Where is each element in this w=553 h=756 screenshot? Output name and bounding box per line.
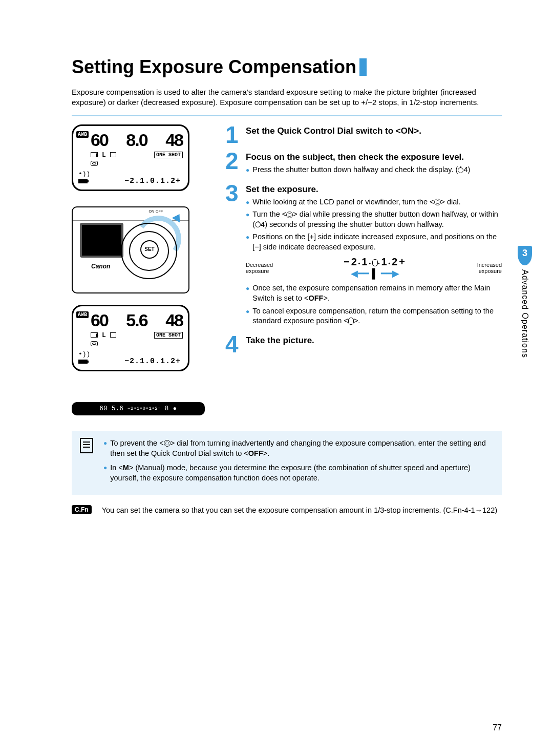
increased-exposure-label: Increased exposure [477,262,502,274]
drive-icon [110,332,116,338]
step-3-bullet-3: Positions on the [+] side indicate incre… [246,232,502,252]
timer-icon [255,222,261,227]
switch-on-label: ON [149,209,155,213]
step-4-title: Take the picture. [246,335,502,346]
camera-diagram: ON OFF SET Canon [72,206,189,293]
lcd2-shutter: 60 [91,310,108,330]
raw-icon [91,332,98,338]
set-button-icon: SET [140,240,159,259]
decreased-exposure-label: Decreased exposure [246,262,273,274]
step-number-1: 1 [225,124,243,145]
note-1: To prevent the <> dial from turning inad… [103,438,494,459]
step-2-title: Focus on the subject, then check the exp… [246,152,502,163]
ev-scale-graphic: −2•1••1•2+ [277,256,473,268]
note-2: In <M> (Manual) mode, because you determ… [103,463,494,484]
cfn-badge: C.Fn [72,505,92,514]
vf-shots: 8 [165,405,169,412]
battery-icon [78,360,88,364]
metering-icon [91,341,98,346]
step-3-bullet-5: To cancel exposure compensation, return … [246,306,502,326]
step-3-bullet-2: Turn the <> dial while pressing the shut… [246,209,502,229]
ev-zero-icon [348,318,354,325]
lcd1-shutter: 60 [91,130,108,150]
chapter-label: Advanced Operations [520,269,529,358]
oneshot-badge: ONE SHOT [154,332,183,339]
awb-badge: AWB [76,131,89,138]
vf-shutter: 60 [100,405,108,412]
lcd-panel-2: AWB 60 5.6 48 L ONE SHOT •)) −2.1.0.1.2+ [72,305,189,371]
step-3-title: Set the exposure. [246,184,502,195]
quality-l: L [102,151,106,159]
step-2-bullet-1: Press the shutter button down halfway an… [246,165,502,175]
lcd-panel-1: AWB 60 8.0 48 L ONE SHOT •)) −2.1.0.1.2+ [72,124,189,191]
lcd2-aperture: 5.6 [126,310,147,330]
intro-paragraph: Exposure compensation is used to alter t… [72,87,502,108]
step-number-2: 2 [225,151,243,178]
arrow-left-icon: ◀━━ [351,268,369,279]
camera-brand: Canon [91,263,110,270]
step-number-3: 3 [225,183,243,329]
step-3-bullet-4: Once set, the exposure compensation rema… [246,283,502,303]
step-1-title: Set the Quick Control Dial switch to <ON… [246,125,502,137]
drive-icon [110,152,116,157]
lcd1-aperture: 8.0 [126,130,147,150]
notes-box: To prevent the <> dial from turning inad… [72,431,502,495]
chapter-number: 3 [518,246,532,265]
switch-off-label: OFF [156,209,163,213]
step-3-bullet-1: While looking at the LCD panel or viewfi… [246,197,502,207]
quality-l: L [102,331,106,339]
vf-scale: −2•1•0•1•2+ [127,406,161,411]
dial-icon [164,440,171,447]
dial-icon [434,199,441,205]
dial-icon [286,212,293,218]
beep-icon: •)) [78,350,90,358]
lcd2-ev-scale: −2.1.0.1.2+ [124,357,181,366]
lcd1-shots: 48 [165,130,183,150]
beep-icon: •)) [78,170,90,178]
metering-icon [91,161,98,166]
arrow-right-icon: ━━▶ [381,268,399,279]
divider [72,115,502,116]
timer-icon [458,167,463,173]
oneshot-badge: ONE SHOT [154,152,183,158]
page-number: 77 [493,723,502,732]
ev-zero-icon [372,259,378,266]
lcd2-shots: 48 [165,310,183,330]
raw-icon [91,152,98,157]
step-number-4: 4 [225,334,243,355]
vf-aperture: 5.6 [112,405,123,412]
battery-icon [78,179,88,183]
viewfinder-strip: 60 5.6 −2•1•0•1•2+ 8 ● [72,402,205,415]
vf-focus-dot-icon: ● [173,405,177,412]
camera-screen-icon [80,223,123,258]
chapter-tab: 3 Advanced Operations [517,246,533,400]
note-doc-icon [80,438,93,453]
title-marker-icon [359,58,367,76]
lcd1-ev-scale: −2.1.0.1.2+ [124,177,181,185]
cfn-text: You can set the camera so that you can s… [102,505,497,515]
awb-badge: AWB [76,311,89,318]
page-title: Setting Exposure Compensation [72,56,356,78]
